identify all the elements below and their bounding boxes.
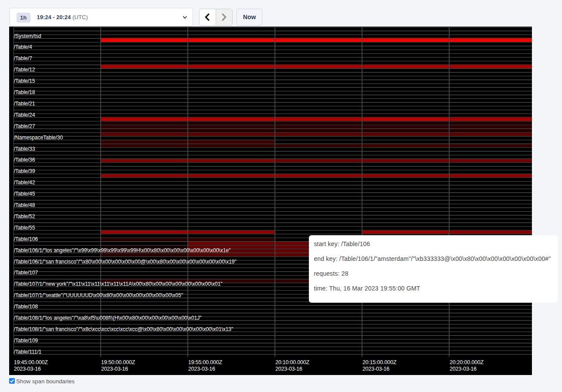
svg-text:/Table/39: /Table/39 xyxy=(14,168,35,174)
svg-text:/Table/21: /Table/21 xyxy=(14,101,35,107)
svg-text:/Table/15: /Table/15 xyxy=(14,78,35,84)
svg-text:/NamespaceTable/30: /NamespaceTable/30 xyxy=(14,134,63,140)
svg-text:/Table/55: /Table/55 xyxy=(14,225,35,231)
svg-text:/Table/107/1/"seattle"/"UUUUUU: /Table/107/1/"seattle"/"UUUUUUD\x00\x80\… xyxy=(14,292,183,298)
svg-text:20:20:00.000Z: 20:20:00.000Z xyxy=(450,359,484,365)
svg-text:/Table/111/1: /Table/111/1 xyxy=(14,349,41,355)
svg-text:/Table/48: /Table/48 xyxy=(14,202,35,208)
svg-text:2023-03-16: 2023-03-16 xyxy=(14,366,41,372)
svg-text:/Table/45: /Table/45 xyxy=(14,191,35,197)
svg-text:/Table/106: /Table/106 xyxy=(14,236,38,242)
svg-text:/Table/27: /Table/27 xyxy=(14,123,35,129)
svg-text:2023-03-16: 2023-03-16 xyxy=(101,366,128,372)
svg-text:20:15:00.000Z: 20:15:00.000Z xyxy=(362,359,396,365)
svg-text:2023-03-16: 2023-03-16 xyxy=(275,366,302,372)
svg-text:/Table/108: /Table/108 xyxy=(14,304,38,310)
svg-text:2023-03-16: 2023-03-16 xyxy=(188,366,215,372)
svg-text:/Table/108/1/"los angeles"/"\x: /Table/108/1/"los angeles"/"\xa8\xf5\u00… xyxy=(14,315,201,321)
svg-text:/Table/106/1/"san francisco"/": /Table/106/1/"san francisco"/"\x80\x00\x… xyxy=(14,258,236,264)
svg-text:/Table/18: /Table/18 xyxy=(14,89,35,95)
svg-text:2023-03-16: 2023-03-16 xyxy=(362,366,389,372)
svg-text:19:50:00.000Z: 19:50:00.000Z xyxy=(101,359,135,365)
svg-text:/Table/33: /Table/33 xyxy=(14,145,35,152)
svg-text:19:45:00.000Z: 19:45:00.000Z xyxy=(14,359,47,365)
svg-text:/Table/107: /Table/107 xyxy=(14,270,38,276)
svg-text:/Table/4: /Table/4 xyxy=(14,44,32,50)
svg-text:/Table/24: /Table/24 xyxy=(14,112,35,118)
svg-text:/Table/42: /Table/42 xyxy=(14,179,35,186)
svg-text:/Table/109: /Table/109 xyxy=(14,338,38,344)
svg-text:/Table/107/1/"new york"/"\x11\: /Table/107/1/"new york"/"\x11\x11\x11\x1… xyxy=(14,281,222,287)
svg-text:/Table/12: /Table/12 xyxy=(14,67,35,73)
svg-text:/Table/108/1/"san francisco"/": /Table/108/1/"san francisco"/"\x8c\xcc\x… xyxy=(14,326,233,332)
svg-text:20:10:00.000Z: 20:10:00.000Z xyxy=(275,359,309,365)
svg-text:/Table/7: /Table/7 xyxy=(14,55,32,61)
svg-text:2023-03-16: 2023-03-16 xyxy=(450,366,477,372)
svg-text:/Table/52: /Table/52 xyxy=(14,213,35,220)
svg-text:/Table/36: /Table/36 xyxy=(14,157,35,163)
svg-text:19:55:00.000Z: 19:55:00.000Z xyxy=(188,359,222,365)
svg-text:/System/tsd: /System/tsd xyxy=(14,33,41,39)
svg-text:/Table/106/1/"los angeles"/"\x: /Table/106/1/"los angeles"/"\x99\x99\x99… xyxy=(14,247,230,253)
